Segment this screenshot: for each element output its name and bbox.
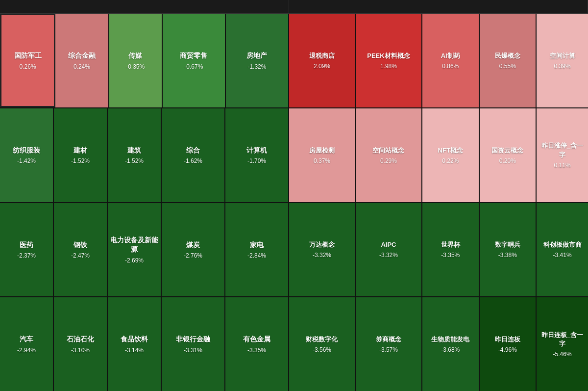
- cell-name: PEEK材料概念: [367, 52, 410, 60]
- list-item[interactable]: 商贸零售-0.67%: [163, 14, 226, 107]
- cell-name: 退税商店: [309, 52, 335, 60]
- cell-value: -2.37%: [17, 252, 36, 259]
- list-item[interactable]: 民爆概念0.55%: [480, 14, 537, 107]
- list-item[interactable]: NFT概念0.22%: [422, 108, 480, 202]
- cell-value: 0.39%: [554, 63, 571, 70]
- cell-name: 房地产: [246, 51, 267, 61]
- list-item[interactable]: 财税数字化-3.56%: [289, 297, 356, 391]
- cell-name: 传媒: [128, 51, 142, 61]
- list-item[interactable]: AIPC-3.32%: [356, 203, 422, 297]
- list-item[interactable]: PEEK材料概念1.98%: [356, 14, 422, 107]
- list-item[interactable]: 医药-2.37%: [0, 203, 54, 297]
- cell-name: 空间计算: [550, 52, 575, 60]
- list-item[interactable]: 生物质能发电-3.68%: [422, 297, 480, 391]
- list-item[interactable]: 石油石化-3.10%: [54, 297, 108, 391]
- list-item[interactable]: 纺织服装-1.42%: [0, 108, 54, 202]
- list-item[interactable]: 钢铁-2.47%: [54, 203, 108, 297]
- list-item[interactable]: 非银行金融-3.31%: [162, 297, 225, 391]
- cell-value: -1.32%: [247, 63, 266, 70]
- cell-name: 券商概念: [376, 335, 401, 344]
- list-item[interactable]: 建筑-1.52%: [108, 108, 162, 202]
- cell-value: -2.94%: [17, 347, 36, 354]
- cell-name: 综合金融: [68, 51, 96, 61]
- cell-value: 0.29%: [380, 157, 397, 164]
- list-item[interactable]: 家电-2.84%: [225, 203, 288, 297]
- list-item[interactable]: 昨日连板-4.96%: [480, 297, 537, 391]
- cell-name: 民爆概念: [495, 52, 520, 60]
- list-item[interactable]: 昨日涨停_含一字0.11%: [537, 108, 588, 202]
- cell-value: 0.24%: [74, 63, 90, 70]
- list-item[interactable]: 综合金融0.24%: [55, 14, 109, 107]
- list-item[interactable]: 食品饮料-3.14%: [108, 297, 162, 391]
- main-container: 国防军工0.26%综合金融0.24%传媒-0.35%商贸零售-0.67%房地产-…: [0, 0, 588, 391]
- list-item[interactable]: 国防军工0.26%: [0, 14, 55, 107]
- cell-value: -1.70%: [247, 157, 266, 164]
- list-item[interactable]: 房地产-1.32%: [226, 14, 288, 107]
- list-item[interactable]: 传媒-0.35%: [109, 14, 163, 107]
- cell-value: -0.35%: [126, 63, 145, 70]
- grid-row-2: 医药-2.37%钢铁-2.47%电力设备及新能源-2.69%煤炭-2.76%家电…: [0, 203, 588, 298]
- cell-name: 昨日连板_含一字: [539, 331, 586, 348]
- cell-name: 房屋检测: [309, 146, 335, 155]
- cell-name: 纺织服装: [13, 146, 40, 156]
- left-panel-row-1: 纺织服装-1.42%建材-1.52%建筑-1.52%综合-1.62%计算机-1.…: [0, 108, 289, 202]
- list-item[interactable]: 世界杯-3.35%: [422, 203, 480, 297]
- list-item[interactable]: 空间站概念0.29%: [356, 108, 422, 202]
- grid-row-3: 汽车-2.94%石油石化-3.10%食品饮料-3.14%非银行金融-3.31%有…: [0, 297, 588, 391]
- list-item[interactable]: 万达概念-3.32%: [289, 203, 356, 297]
- list-item[interactable]: AI制药0.86%: [422, 14, 480, 107]
- cell-value: -5.46%: [553, 351, 572, 358]
- list-item[interactable]: 国资云概念0.20%: [480, 108, 537, 202]
- cell-name: 国防军工: [14, 51, 42, 61]
- grid-row-0: 国防军工0.26%综合金融0.24%传媒-0.35%商贸零售-0.67%房地产-…: [0, 14, 588, 108]
- cell-value: -3.41%: [553, 252, 572, 259]
- cell-name: AIPC: [381, 240, 396, 249]
- list-item[interactable]: 煤炭-2.76%: [162, 203, 225, 297]
- list-item[interactable]: 计算机-1.70%: [225, 108, 288, 202]
- cell-name: 商贸零售: [180, 51, 207, 61]
- cell-value: -3.35%: [247, 347, 266, 354]
- list-item[interactable]: 退税商店2.09%: [289, 14, 356, 107]
- cell-name: 建材: [74, 146, 87, 156]
- cell-name: 电力设备及新能源: [110, 235, 159, 255]
- cell-value: 0.26%: [20, 63, 36, 70]
- list-item[interactable]: 汽车-2.94%: [0, 297, 54, 391]
- list-item[interactable]: 房屋检测0.37%: [289, 108, 356, 202]
- cell-name: 建筑: [127, 146, 141, 156]
- right-panel-row-0: 退税商店2.09%PEEK材料概念1.98%AI制药0.86%民爆概念0.55%…: [289, 14, 588, 107]
- right-panel-row-2: 万达概念-3.32%AIPC-3.32%世界杯-3.35%数字哨兵-3.38%科…: [289, 203, 588, 297]
- right-header: [289, 0, 588, 13]
- cell-name: 万达概念: [309, 240, 335, 249]
- left-header: [0, 0, 289, 13]
- cell-name: 煤炭: [186, 240, 200, 250]
- cell-value: 2.09%: [314, 63, 330, 70]
- list-item[interactable]: 科创板做市商-3.41%: [537, 203, 588, 297]
- left-panel-row-0: 国防军工0.26%综合金融0.24%传媒-0.35%商贸零售-0.67%房地产-…: [0, 14, 289, 107]
- list-item[interactable]: 数字哨兵-3.38%: [480, 203, 537, 297]
- cell-name: AI制药: [441, 52, 460, 60]
- cell-value: -2.76%: [184, 252, 202, 259]
- list-item[interactable]: 综合-1.62%: [162, 108, 225, 202]
- list-item[interactable]: 空间计算0.39%: [537, 14, 588, 107]
- cell-value: -2.84%: [247, 252, 266, 259]
- list-item[interactable]: 建材-1.52%: [54, 108, 108, 202]
- cell-name: 汽车: [20, 335, 33, 344]
- list-item[interactable]: 券商概念-3.57%: [356, 297, 422, 391]
- cell-value: -0.67%: [184, 63, 203, 70]
- cell-name: 石油石化: [67, 335, 94, 344]
- list-item[interactable]: 电力设备及新能源-2.69%: [108, 203, 162, 297]
- cell-value: -1.62%: [184, 157, 202, 164]
- cell-name: 国资云概念: [491, 146, 523, 155]
- cell-value: 0.22%: [442, 157, 459, 164]
- cell-name: 生物质能发电: [431, 335, 469, 344]
- cell-value: -3.57%: [379, 346, 398, 353]
- cell-name: 有色金属: [243, 335, 270, 344]
- cell-name: 数字哨兵: [495, 240, 520, 249]
- cell-value: 0.20%: [499, 157, 516, 164]
- cell-value: -1.52%: [71, 157, 90, 164]
- list-item[interactable]: 有色金属-3.35%: [225, 297, 288, 391]
- cell-name: 昨日涨停_含一字: [539, 141, 586, 159]
- list-item[interactable]: 昨日连板_含一字-5.46%: [537, 297, 588, 391]
- cell-value: -3.31%: [184, 347, 202, 354]
- cell-value: 0.55%: [499, 63, 516, 70]
